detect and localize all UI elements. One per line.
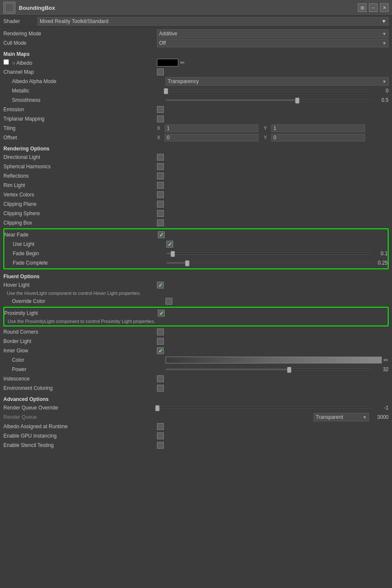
rqo-slider[interactable] [157,407,372,409]
override-color-row: Override Color [3,297,389,306]
cull-mode-arrow: ▼ [382,41,386,46]
clipping-sphere-checkbox[interactable] [157,210,164,217]
inner-glow-checkbox[interactable] [157,347,164,354]
render-queue-override-row: Render Queue Override -1 [3,403,389,412]
tiling-row: Tiling X Y [3,124,389,133]
gpu-instancing-row: Enable GPU Instancing [3,431,389,441]
rim-light-checkbox[interactable] [157,182,164,189]
clipping-plane-row: Clipping Plane [3,199,389,209]
border-light-checkbox[interactable] [157,338,164,345]
use-light-row: Use Light [4,239,388,249]
cull-mode-control: Off ▼ [157,39,389,47]
header-btn-2[interactable]: ↔ [369,3,377,12]
directional-light-row: Directional Light [3,153,389,162]
rqo-value: -1 [374,405,389,411]
fade-complete-slider[interactable] [166,262,371,264]
stencil-testing-checkbox[interactable] [157,442,164,449]
smoothness-fill [166,100,297,101]
cull-mode-label: Cull Mode [3,40,157,46]
albedo-alpha-row: Albedo Alpha Mode Transparency ▼ [3,77,389,86]
triplanar-checkbox[interactable] [157,115,164,122]
border-light-control [157,338,389,345]
override-color-checkbox[interactable] [166,298,172,305]
rim-light-control [157,182,389,189]
use-light-checkbox[interactable] [166,241,173,248]
color-pencil-icon[interactable]: ✏ [383,357,389,363]
metallic-label: Metallic [12,88,166,94]
proximity-light-section: Proximity Light Use the ProximityLight c… [3,307,389,326]
pencil-icon[interactable]: ✏ [180,59,185,66]
smoothness-thumb[interactable] [295,98,299,104]
clipping-box-label: Clipping Box [3,220,157,226]
fade-begin-thumb[interactable] [171,251,175,257]
offset-y-input[interactable] [271,134,365,141]
directional-light-control [157,154,389,161]
shader-label: Shader [3,18,38,24]
content: Rendering Mode Additive ▼ Cull Mode Off … [0,27,392,452]
color-bar[interactable] [166,357,382,363]
channel-map-control [157,69,389,75]
main-maps-header: Main Maps [3,48,389,58]
clipping-box-row: Clipping Box [3,218,389,228]
header-icons: ⊞ ↔ ✕ [358,3,389,12]
tiling-x-input[interactable] [165,124,258,132]
albedo-swatch[interactable] [157,59,178,66]
cull-mode-dropdown[interactable]: Off ▼ [157,39,389,47]
render-queue-dropdown[interactable]: Transparent ▼ [314,413,369,421]
albedo-checkbox[interactable] [3,59,9,65]
clipping-plane-checkbox[interactable] [157,201,164,208]
override-color-label: Override Color [12,298,166,304]
spherical-harmonics-checkbox[interactable] [157,163,164,170]
tiling-y-input[interactable] [271,124,365,132]
channel-map-checkbox[interactable] [157,69,164,75]
albedo-runtime-label: Albedo Assigned at Runtime [3,424,157,429]
clipping-box-control [157,219,389,226]
render-queue-row: Render Queue Transparent ▼ 3000 [3,412,389,422]
iridescence-control [157,375,389,382]
directional-light-checkbox[interactable] [157,154,164,161]
rendering-mode-arrow: ▼ [382,32,386,36]
proximity-light-checkbox[interactable] [158,310,165,317]
render-queue-label: Render Queue [3,414,157,420]
inner-glow-control [157,347,389,354]
near-fade-checkbox[interactable] [158,231,165,238]
stencil-testing-row: Enable Stencil Testing [3,441,389,450]
fade-complete-row: Fade Complete 0.25 [4,258,388,268]
reflections-checkbox[interactable] [157,173,164,179]
header: BoundingBox ⊞ ↔ ✕ [0,0,392,16]
smoothness-slider[interactable] [166,99,372,101]
clipping-box-checkbox[interactable] [157,219,164,226]
near-fade-row: Near Fade [4,230,388,239]
rendering-mode-label: Rendering Mode [3,31,157,37]
vertex-colors-checkbox[interactable] [157,191,164,198]
metallic-thumb[interactable] [164,88,168,94]
proximity-info: Use the ProximityLight component to cont… [4,318,388,325]
smoothness-label: Smoothness [12,97,166,103]
fluent-options-header: Fluent Options [3,270,389,280]
header-btn-1[interactable]: ⊞ [358,3,366,12]
iridescence-checkbox[interactable] [157,375,164,382]
fade-begin-slider[interactable] [166,253,371,254]
offset-x-input[interactable] [165,134,258,141]
header-btn-3[interactable]: ✕ [380,3,389,12]
iridescence-label: Iridescence [3,376,157,382]
metallic-slider[interactable] [166,90,372,92]
shader-arrow: ▼ [381,18,386,24]
round-corners-label: Round Corners [3,329,157,335]
environment-coloring-checkbox[interactable] [157,385,164,392]
albedo-runtime-checkbox[interactable] [157,423,164,430]
round-corners-checkbox[interactable] [157,329,164,335]
fade-complete-thumb[interactable] [185,260,189,266]
rqo-thumb[interactable] [155,405,160,411]
shader-dropdown[interactable]: Mixed Reality Toolkit/Standard ▼ [38,17,389,26]
emission-checkbox[interactable] [157,106,164,113]
hover-light-checkbox[interactable] [157,282,164,288]
fade-complete-label: Fade Complete [13,260,166,266]
gpu-instancing-checkbox[interactable] [157,432,164,439]
hover-info: Use the HoverLight component to control … [3,290,389,297]
rendering-mode-dropdown[interactable]: Additive ▼ [157,29,389,38]
fade-complete-control: 0.25 [166,260,388,266]
power-slider[interactable] [166,369,372,370]
power-thumb[interactable] [287,367,291,373]
albedo-alpha-dropdown[interactable]: Transparency ▼ [166,77,389,86]
